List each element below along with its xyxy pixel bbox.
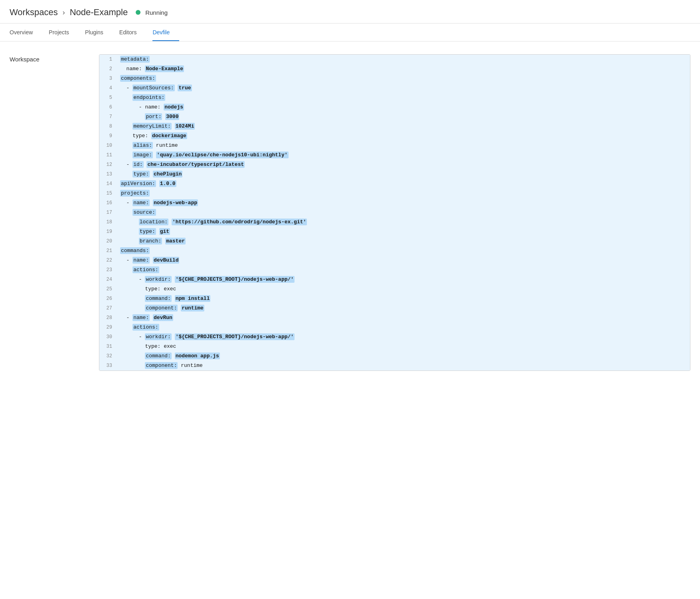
code-line: 25 type: exec bbox=[99, 284, 690, 294]
line-number: 14 bbox=[99, 179, 119, 189]
code-line: 32 command: nodemon app.js bbox=[99, 351, 690, 361]
line-content: endpoints: bbox=[119, 93, 690, 102]
status-indicator bbox=[136, 10, 140, 15]
line-number: 10 bbox=[99, 141, 119, 150]
code-line: 22 - name: devBuild bbox=[99, 256, 690, 265]
line-content: name: Node-Example bbox=[119, 64, 690, 74]
line-number: 26 bbox=[99, 294, 119, 303]
line-content: type: exec bbox=[119, 342, 690, 351]
code-editor: 1metadata:2 name: Node-Example3component… bbox=[99, 54, 690, 371]
line-content: components: bbox=[119, 74, 690, 83]
line-content: actions: bbox=[119, 265, 690, 275]
code-line: 20 branch: master bbox=[99, 236, 690, 246]
line-number: 9 bbox=[99, 131, 119, 141]
status-label: Running bbox=[145, 9, 168, 16]
line-number: 24 bbox=[99, 275, 119, 284]
line-content: actions: bbox=[119, 323, 690, 332]
section-label: Workspace bbox=[10, 54, 89, 371]
line-content: type: chePlugin bbox=[119, 169, 690, 179]
line-number: 15 bbox=[99, 189, 119, 198]
line-content: source: bbox=[119, 208, 690, 217]
code-line: 27 component: runtime bbox=[99, 303, 690, 313]
line-number: 3 bbox=[99, 74, 119, 83]
breadcrumb-arrow: › bbox=[63, 8, 65, 17]
tab-overview[interactable]: Overview bbox=[10, 24, 42, 41]
code-line: 26 command: npm install bbox=[99, 294, 690, 303]
line-content: type: dockerimage bbox=[119, 131, 690, 141]
code-line: 7 port: 3000 bbox=[99, 112, 690, 122]
line-number: 17 bbox=[99, 208, 119, 217]
line-content: - name: nodejs-web-app bbox=[119, 198, 690, 208]
line-number: 20 bbox=[99, 236, 119, 246]
code-line: 29 actions: bbox=[99, 323, 690, 332]
line-content: - id: che-incubator/typescript/latest bbox=[119, 160, 690, 169]
line-number: 7 bbox=[99, 112, 119, 122]
code-line: 12 - id: che-incubator/typescript/latest bbox=[99, 160, 690, 169]
breadcrumb-current: Node-Example bbox=[70, 7, 128, 18]
line-content: type: git bbox=[119, 227, 690, 236]
code-line: 5 endpoints: bbox=[99, 93, 690, 102]
line-content: component: runtime bbox=[119, 303, 690, 313]
line-content: port: 3000 bbox=[119, 112, 690, 122]
line-number: 30 bbox=[99, 332, 119, 342]
code-line: 19 type: git bbox=[99, 227, 690, 236]
line-number: 1 bbox=[99, 55, 119, 64]
line-number: 32 bbox=[99, 351, 119, 361]
line-number: 23 bbox=[99, 265, 119, 275]
code-line: 11 image: 'quay.io/eclipse/che-nodejs10-… bbox=[99, 150, 690, 160]
line-content: alias: runtime bbox=[119, 141, 690, 150]
line-content: - name: nodejs bbox=[119, 102, 690, 112]
code-line: 6 - name: nodejs bbox=[99, 102, 690, 112]
breadcrumb-workspaces[interactable]: Workspaces bbox=[10, 7, 58, 18]
line-number: 5 bbox=[99, 93, 119, 102]
code-line: 23 actions: bbox=[99, 265, 690, 275]
line-content: branch: master bbox=[119, 236, 690, 246]
code-line: 17 source: bbox=[99, 208, 690, 217]
line-content: - workdir: '${CHE_PROJECTS_ROOT}/nodejs-… bbox=[119, 275, 690, 284]
code-line: 21commands: bbox=[99, 246, 690, 256]
nav-tabs: Overview Projects Plugins Editors Devfil… bbox=[0, 24, 700, 41]
tab-editors[interactable]: Editors bbox=[119, 24, 146, 41]
line-number: 18 bbox=[99, 217, 119, 227]
code-line: 10 alias: runtime bbox=[99, 141, 690, 150]
line-content: - name: devBuild bbox=[119, 256, 690, 265]
code-lines: 1metadata:2 name: Node-Example3component… bbox=[99, 55, 690, 370]
tab-plugins[interactable]: Plugins bbox=[85, 24, 113, 41]
code-line: 24 - workdir: '${CHE_PROJECTS_ROOT}/node… bbox=[99, 275, 690, 284]
line-content: metadata: bbox=[119, 55, 690, 64]
line-number: 11 bbox=[99, 150, 119, 160]
line-content: commands: bbox=[119, 246, 690, 256]
line-number: 2 bbox=[99, 64, 119, 74]
main-content: Workspace 1metadata:2 name: Node-Example… bbox=[0, 41, 700, 384]
line-content: command: nodemon app.js bbox=[119, 351, 690, 361]
code-line: 8 memoryLimit: 1024Mi bbox=[99, 122, 690, 131]
line-number: 29 bbox=[99, 323, 119, 332]
code-line: 15projects: bbox=[99, 189, 690, 198]
code-line: 16 - name: nodejs-web-app bbox=[99, 198, 690, 208]
line-number: 16 bbox=[99, 198, 119, 208]
line-number: 22 bbox=[99, 256, 119, 265]
line-number: 13 bbox=[99, 169, 119, 179]
code-line: 2 name: Node-Example bbox=[99, 64, 690, 74]
tab-devfile[interactable]: Devfile bbox=[152, 24, 179, 41]
tab-projects[interactable]: Projects bbox=[49, 24, 79, 41]
code-line: 9 type: dockerimage bbox=[99, 131, 690, 141]
line-content: image: 'quay.io/eclipse/che-nodejs10-ubi… bbox=[119, 150, 690, 160]
line-content: - workdir: '${CHE_PROJECTS_ROOT}/nodejs-… bbox=[119, 332, 690, 342]
line-number: 31 bbox=[99, 342, 119, 351]
line-number: 21 bbox=[99, 246, 119, 256]
code-line: 4 - mountSources: true bbox=[99, 83, 690, 93]
code-line: 28 - name: devRun bbox=[99, 313, 690, 323]
line-content: memoryLimit: 1024Mi bbox=[119, 122, 690, 131]
line-content: - mountSources: true bbox=[119, 83, 690, 93]
code-line: 31 type: exec bbox=[99, 342, 690, 351]
line-number: 6 bbox=[99, 102, 119, 112]
code-line: 3components: bbox=[99, 74, 690, 83]
line-content: component: runtime bbox=[119, 361, 690, 370]
code-line: 1metadata: bbox=[99, 55, 690, 64]
code-line: 13 type: chePlugin bbox=[99, 169, 690, 179]
line-content: apiVersion: 1.0.0 bbox=[119, 179, 690, 189]
line-number: 25 bbox=[99, 284, 119, 294]
code-line: 14apiVersion: 1.0.0 bbox=[99, 179, 690, 189]
page-header: Workspaces › Node-Example Running bbox=[0, 0, 700, 24]
